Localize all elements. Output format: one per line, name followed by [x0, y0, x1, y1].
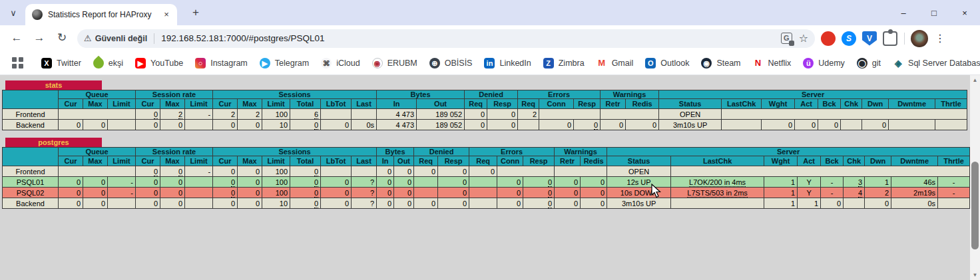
extensions-puzzle-icon[interactable]: [883, 31, 897, 46]
cell-server-lastchk[interactable]: L7STS/503 in 2ms: [671, 188, 764, 198]
cell-sessions-cur[interactable]: 0: [213, 177, 238, 188]
reload-button[interactable]: ↻: [52, 29, 72, 49]
cell-warnings-retr: 0: [601, 120, 626, 130]
cell-errors-conn: [497, 166, 555, 177]
close-button[interactable]: ×: [949, 8, 980, 18]
cell-sessions-total[interactable]: 0: [290, 166, 321, 177]
cell-session-rate-cur[interactable]: 0: [136, 166, 160, 177]
bookmark-apple[interactable]: ⌘iCloud: [315, 54, 366, 72]
scroll-down-icon[interactable]: ▼: [970, 270, 980, 280]
cell-session-rate-limit: [185, 188, 213, 198]
cell-queue-limit: [108, 198, 136, 209]
bookmark-instagram[interactable]: ○Instagram: [189, 54, 254, 72]
cell-sessions-limit: 10: [262, 198, 290, 209]
bookmark-obisis[interactable]: ⊕OBİSİS: [423, 54, 479, 72]
bookmark-steam[interactable]: ◉Steam: [695, 54, 746, 72]
row-label-frontend[interactable]: Frontend: [3, 109, 59, 120]
bookmark-gmail[interactable]: MGmail: [591, 54, 640, 72]
instagram-icon: ○: [195, 58, 206, 69]
bookmark-zimbra[interactable]: ZZimbra: [537, 54, 591, 72]
cell-sessions-total[interactable]: 6: [290, 109, 321, 120]
bookmark-outlook[interactable]: OOutlook: [639, 54, 695, 72]
erubm-icon: ◉: [372, 58, 383, 69]
cell-sessions-max: 0: [238, 166, 262, 177]
col-header-denied-req: Req: [465, 99, 487, 109]
cell-server-dwntme: 2m19s: [891, 188, 938, 198]
tab-search-icon[interactable]: ∨: [7, 7, 20, 20]
bookmark-erubm[interactable]: ◉ERUBM: [366, 54, 423, 72]
cell-sessions-max: 0: [238, 177, 262, 188]
bookmark-youtube[interactable]: ▶YouTube: [129, 54, 189, 72]
minimize-button[interactable]: –: [888, 8, 919, 18]
bookmark-netflix[interactable]: NNetflix: [747, 54, 798, 72]
cell-sessions-cur[interactable]: 0: [213, 188, 238, 198]
row-label-psql02[interactable]: PSQL02: [3, 188, 59, 198]
table-row-psql01: PSQL0100-000010000?000000012s UPL7OK/200…: [3, 177, 970, 188]
address-bar[interactable]: ⚠ Güvenli değil 192.168.52.181:7000/#pos…: [77, 29, 815, 48]
bookmark-star-icon[interactable]: ☆: [799, 32, 808, 45]
cell-session-rate-max[interactable]: 0: [160, 166, 185, 177]
profile-avatar[interactable]: [911, 30, 928, 47]
cell-sessions-total[interactable]: 0: [290, 177, 321, 188]
bookmark-telegram[interactable]: ▶Telegram: [254, 54, 315, 72]
forward-button[interactable]: →: [29, 29, 49, 49]
cell-errors-resp[interactable]: 0: [574, 120, 601, 130]
cell-errors-resp[interactable]: 0: [523, 198, 555, 209]
security-chip[interactable]: ⚠ Güvenli değil: [84, 33, 147, 43]
cell-server-chk[interactable]: 3: [844, 177, 865, 188]
scroll-up-icon[interactable]: ▲: [970, 75, 980, 85]
shazam-extension-icon[interactable]: S: [842, 31, 856, 46]
col-header-warnings-retr: Retr: [555, 156, 581, 166]
apps-grid-icon[interactable]: [12, 57, 23, 69]
cell-server-lastchk[interactable]: L7OK/200 in 4ms: [671, 177, 764, 188]
cell-session-rate-max[interactable]: 2: [160, 109, 185, 120]
cell-errors-resp[interactable]: 0: [523, 177, 555, 188]
cell-sessions-total[interactable]: 0: [290, 120, 321, 130]
proxy-name-postgres[interactable]: postgres: [5, 138, 102, 147]
cell-session-rate-cur: 0: [136, 198, 160, 209]
scrollbar-thumb[interactable]: [971, 162, 979, 249]
cell-sessions-total[interactable]: 0: [290, 198, 321, 209]
group-header-denied: Denied: [414, 148, 469, 156]
proxy-name-stats[interactable]: stats: [5, 80, 102, 90]
bookmark-github[interactable]: ◯git: [851, 54, 887, 72]
bookmark-udemy[interactable]: üUdemy: [797, 54, 851, 72]
bookmark-label: ekşi: [109, 59, 123, 68]
col-header-session-rate-cur: Cur: [136, 99, 160, 109]
row-label-psql01[interactable]: PSQL01: [3, 177, 59, 188]
cell-server-chk[interactable]: 4: [844, 188, 865, 198]
chip-divider: [154, 33, 154, 44]
bookmark-eksi[interactable]: ekşi: [87, 54, 129, 72]
cell-sessions-max: 0: [238, 198, 262, 209]
url-text: 192.168.52.181:7000/#postgres/PSQL01: [161, 33, 774, 43]
browser-menu-icon[interactable]: ⋮: [933, 32, 947, 45]
cell-denied-resp: 0: [438, 198, 469, 209]
row-label-backend[interactable]: Backend: [3, 198, 59, 209]
bookmark-label: Twitter: [57, 59, 81, 68]
row-label-frontend[interactable]: Frontend: [3, 166, 59, 177]
cell-queue-cur: [59, 166, 136, 177]
cell-sessions-total[interactable]: 0: [290, 188, 321, 198]
browser-tab[interactable]: Statistics Report for HAProxy ×: [25, 4, 177, 25]
page-scrollbar[interactable]: ▲ ▼: [970, 75, 980, 280]
github-icon: ◯: [857, 58, 867, 69]
back-button[interactable]: ←: [7, 29, 27, 49]
tab-close-icon[interactable]: ×: [161, 9, 172, 20]
cell-denied-req: 0: [414, 166, 438, 177]
cell-errors-req: [518, 120, 539, 130]
bookmark-twitter[interactable]: XTwitter: [35, 54, 87, 72]
cell-errors-resp[interactable]: 0: [523, 188, 555, 198]
cell-denied-req: [414, 188, 438, 198]
translate-icon[interactable]: G: [781, 33, 792, 44]
row-label-backend[interactable]: Backend: [3, 120, 59, 130]
maximize-button[interactable]: □: [919, 8, 949, 18]
cell-sessions-last: ?: [352, 177, 377, 188]
bookmark-linkedin[interactable]: inLinkedIn: [478, 54, 537, 72]
new-tab-button[interactable]: +: [188, 5, 204, 21]
cell-session-rate-cur[interactable]: 0: [136, 109, 160, 120]
bookmark-sql-server[interactable]: ◈Sql Server Database...: [887, 54, 980, 72]
vpn-shield-extension-icon[interactable]: V: [862, 31, 877, 46]
cell-server-bck: -: [821, 177, 844, 188]
cell-queue-cur: 0: [59, 198, 83, 209]
adblock-extension-icon[interactable]: [821, 31, 836, 46]
